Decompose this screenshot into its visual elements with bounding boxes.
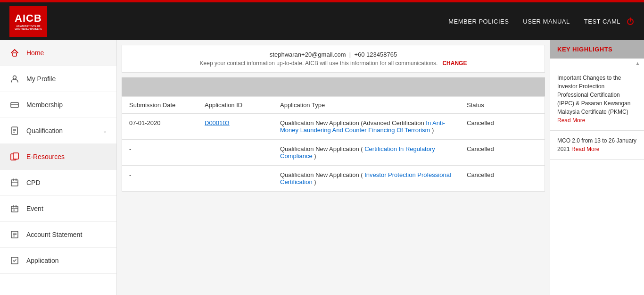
email: stephwaran+20@gmail.com	[270, 51, 346, 58]
chevron-down-icon: ⌄	[103, 128, 107, 134]
sidebar-item-application[interactable]: Application	[0, 248, 116, 274]
sidebar-item-qualification[interactable]: Qualification ⌄	[0, 118, 116, 144]
sidebar-label-my-profile: My Profile	[26, 75, 56, 83]
home-icon	[9, 48, 20, 58]
col-application-id: Application ID	[205, 101, 280, 109]
application-table: Submission Date Application ID Applicati…	[122, 96, 545, 192]
change-link[interactable]: CHANGE	[442, 60, 467, 67]
sidebar-label-membership: Membership	[26, 101, 63, 109]
application-type-3: Qualification New Application ( Investor…	[280, 171, 467, 185]
sidebar-label-account-statement: Account Statement	[26, 231, 82, 238]
sidebar-label-qualification: Qualification	[26, 127, 63, 135]
sidebar-label-cpd: CPD	[26, 179, 41, 186]
event-icon	[9, 203, 20, 214]
test-caml-link[interactable]: TEST CAML	[584, 17, 635, 25]
application-type-1: Qualification New Application (Advanced …	[280, 119, 467, 134]
book-icon	[9, 126, 20, 136]
content-area: stephwaran+20@gmail.com | +60 123458765 …	[117, 40, 550, 295]
table-row: - Qualification New Application ( Invest…	[122, 166, 545, 191]
svg-point-21	[14, 210, 15, 211]
application-type-2: Qualification New Application ( Certific…	[280, 145, 467, 160]
sidebar-item-account-statement[interactable]: Account Statement	[0, 222, 116, 248]
sidebar-item-cpd[interactable]: CPD	[0, 170, 116, 196]
application-id-1: D000103	[205, 119, 280, 126]
header: AICB ASIAN INSTITUTE OF CHARTERED BANKER…	[0, 2, 644, 40]
sidebar-item-home[interactable]: Home	[0, 40, 116, 66]
highlight-item-2: MCO 2.0 from 13 to 26 January 2021 Read …	[550, 131, 644, 160]
table-row: 07-01-2020 D000103 Qualification New App…	[122, 114, 545, 140]
main-layout: Home My Profile Membership	[0, 40, 644, 295]
sidebar-label-e-resources: E-Resources	[26, 153, 65, 160]
submission-date-3: -	[129, 171, 205, 178]
sidebar-item-event[interactable]: Event	[0, 196, 116, 222]
update-line: Keep your contact information up-to-date…	[132, 60, 535, 67]
sidebar-label-home: Home	[26, 49, 44, 57]
header-nav: MEMBER POLICIES USER MANUAL TEST CAML	[448, 17, 635, 25]
right-panel: KEY HIGHLIGHTS ▲ Important Changes to th…	[550, 40, 644, 295]
sidebar-item-e-resources[interactable]: E-Resources	[0, 144, 116, 170]
status-2: Cancelled	[467, 145, 537, 152]
svg-rect-2	[13, 53, 17, 56]
status-1: Cancelled	[467, 119, 537, 126]
table-header: Submission Date Application ID Applicati…	[122, 97, 545, 114]
power-icon[interactable]	[626, 17, 635, 25]
application-icon	[9, 255, 20, 266]
svg-rect-12	[11, 180, 18, 186]
submission-date-1: 07-01-2020	[129, 119, 205, 126]
phone: +60 123458765	[354, 51, 397, 58]
scroll-up-area: ▲	[550, 59, 644, 68]
application-id-link-1[interactable]: D000103	[205, 119, 230, 126]
read-more-1[interactable]: Read More	[557, 117, 585, 124]
col-submission-date: Submission Date	[129, 101, 205, 109]
scroll-up-arrow: ▲	[635, 60, 640, 66]
logo-subtitle: ASIAN INSTITUTE OF CHARTERED BANKERS	[9, 25, 47, 31]
separator: |	[347, 51, 354, 58]
user-manual-link[interactable]: USER MANUAL	[523, 18, 570, 25]
statement-icon	[9, 229, 20, 240]
svg-point-3	[13, 76, 17, 79]
read-more-2[interactable]: Read More	[571, 146, 599, 152]
highlight-item-1: Important Changes to the Investor Protec…	[550, 68, 644, 131]
gray-spacer	[122, 77, 545, 96]
svg-point-20	[13, 210, 14, 211]
sidebar: Home My Profile Membership	[0, 40, 117, 295]
resource-icon	[9, 152, 20, 162]
highlight-text-1: Important Changes to the Investor Protec…	[557, 75, 630, 115]
svg-rect-16	[11, 206, 18, 212]
sidebar-label-event: Event	[26, 205, 43, 212]
logo: AICB ASIAN INSTITUTE OF CHARTERED BANKER…	[9, 6, 47, 37]
sidebar-item-membership[interactable]: Membership	[0, 92, 116, 118]
contact-info: stephwaran+20@gmail.com | +60 123458765	[132, 51, 535, 58]
key-highlights-header: KEY HIGHLIGHTS	[550, 40, 644, 59]
member-policies-link[interactable]: MEMBER POLICIES	[448, 18, 509, 25]
col-status: Status	[467, 101, 537, 109]
svg-rect-4	[11, 102, 18, 108]
update-text: Keep your contact information up-to-date…	[200, 60, 438, 67]
person-icon	[9, 74, 20, 84]
status-3: Cancelled	[467, 171, 537, 178]
contact-bar: stephwaran+20@gmail.com | +60 123458765 …	[122, 45, 545, 73]
card-icon	[9, 100, 20, 110]
cpd-icon	[9, 177, 20, 188]
logo-text: AICB	[15, 12, 42, 25]
sidebar-label-application: Application	[26, 257, 59, 264]
col-application-type: Application Type	[280, 101, 467, 109]
submission-date-2: -	[129, 145, 205, 152]
sidebar-item-my-profile[interactable]: My Profile	[0, 66, 116, 92]
table-row: - Qualification New Application ( Certif…	[122, 140, 545, 166]
svg-rect-11	[13, 153, 18, 159]
